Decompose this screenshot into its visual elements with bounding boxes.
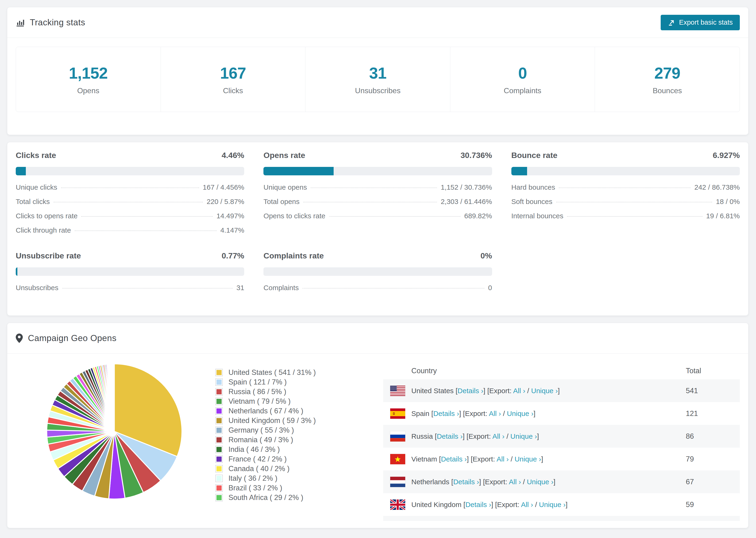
rate-progress-fill	[263, 167, 334, 175]
stat-label: Clicks	[223, 86, 243, 95]
rate-detail-row: Soft bounces18 / 0%	[512, 198, 740, 206]
dotted-leader	[559, 188, 690, 188]
dotted-leader	[61, 188, 199, 188]
map-marker-icon	[16, 334, 23, 343]
geo-opens-body: United States ( 541 / 31% )Spain ( 121 /…	[7, 353, 748, 521]
details-link[interactable]: Details ›	[465, 501, 491, 509]
export-unique-link[interactable]: Unique ›	[539, 501, 566, 509]
rate-title-row: Clicks rate4.46%	[16, 151, 244, 160]
bracket-text: ]	[541, 455, 543, 463]
country-name: Russia	[411, 432, 435, 440]
rate-row-label: Internal bounces	[512, 212, 564, 220]
nl-flag-icon	[390, 477, 405, 487]
summary-stats-row: 1,152Opens167Clicks31Unsubscribes0Compla…	[16, 47, 740, 112]
rate-detail-row: Hard bounces242 / 86.738%	[512, 183, 740, 191]
country-cell: United States [Details ›] [Export: All ›…	[411, 387, 686, 395]
bracket-text: ] [Export:	[467, 455, 497, 463]
rate-progress-fill	[16, 267, 17, 276]
export-unique-link[interactable]: Unique ›	[531, 387, 558, 395]
export-unique-link[interactable]: Unique ›	[514, 455, 541, 463]
legend-label: Netherlands ( 67 / 4% )	[229, 407, 303, 415]
geo-pie-chart	[44, 361, 185, 521]
legend-swatch	[215, 407, 223, 415]
legend-label: Spain ( 121 / 7% )	[229, 378, 287, 386]
legend-swatch	[215, 388, 223, 396]
legend-item: United Kingdom ( 59 / 3% )	[215, 416, 361, 425]
export-all-link[interactable]: All ›	[521, 501, 533, 509]
slash-text: /	[525, 387, 531, 395]
vn-flag-icon	[390, 454, 405, 464]
rate-row-label: Click through rate	[16, 226, 71, 234]
total-cell: 67	[686, 478, 740, 486]
legend-swatch	[215, 484, 223, 492]
country-name: Netherlands	[411, 478, 451, 486]
rate-detail-row: Total clicks220 / 5.87%	[16, 198, 244, 206]
rate-detail-row: Unique clicks167 / 4.456%	[16, 183, 244, 191]
rate-title: Opens rate	[263, 151, 305, 160]
rate-detail-rows: Unique opens1,152 / 30.736%Total opens2,…	[263, 183, 492, 220]
rate-row-label: Total opens	[263, 198, 299, 206]
legend-item: Brazil ( 33 / 2% )	[215, 483, 361, 493]
bracket-text: ]	[537, 432, 539, 440]
export-all-link[interactable]: All ›	[497, 455, 509, 463]
export-all-link[interactable]: All ›	[489, 409, 501, 417]
stat-label: Bounces	[653, 86, 682, 95]
rate-row-label: Hard bounces	[512, 183, 555, 191]
bracket-text: ]	[533, 409, 535, 417]
dotted-leader	[75, 231, 216, 231]
bracket-text: [	[456, 387, 458, 395]
export-basic-stats-button[interactable]: Export basic stats	[661, 15, 740, 30]
legend-swatch	[215, 446, 223, 453]
rate-row-label: Complaints	[263, 284, 298, 292]
legend-item: Canada ( 40 / 2% )	[215, 464, 361, 473]
legend-item: Vietnam ( 79 / 5% )	[215, 397, 361, 406]
pie-legend: United States ( 541 / 31% )Spain ( 121 /…	[215, 368, 361, 521]
details-link[interactable]: Details ›	[437, 432, 462, 440]
details-link[interactable]: Details ›	[433, 409, 459, 417]
table-row-us: United States [Details ›] [Export: All ›…	[383, 379, 740, 402]
legend-item: Italy ( 36 / 2% )	[215, 473, 361, 483]
rate-progress-track	[512, 167, 740, 175]
rate-detail-rows: Unsubscribes31	[16, 284, 244, 292]
stat-cell-clicks: 167Clicks	[161, 47, 306, 112]
details-link[interactable]: Details ›	[453, 478, 479, 486]
legend-item: Russia ( 86 / 5% )	[215, 387, 361, 397]
export-unique-link[interactable]: Unique ›	[527, 478, 553, 486]
export-all-link[interactable]: All ›	[513, 387, 525, 395]
details-link[interactable]: Details ›	[458, 387, 483, 395]
dotted-leader	[302, 288, 484, 289]
legend-label: Vietnam ( 79 / 5% )	[229, 397, 291, 405]
bracket-text: [	[463, 501, 465, 509]
table-row-es: Spain [Details ›] [Export: All › / Uniqu…	[383, 402, 740, 425]
export-unique-link[interactable]: Unique ›	[511, 432, 537, 440]
dotted-leader	[311, 188, 437, 188]
rate-title-row: Unsubscribe rate0.77%	[16, 251, 244, 260]
rate-panel-clicks-rate: Clicks rate4.46%Unique clicks167 / 4.456…	[16, 151, 244, 234]
legend-label: Brazil ( 33 / 2% )	[229, 484, 282, 492]
export-all-link[interactable]: All ›	[492, 432, 505, 440]
legend-swatch	[215, 369, 223, 376]
export-all-link[interactable]: All ›	[509, 478, 521, 486]
rate-row-value: 167 / 4.456%	[203, 183, 244, 191]
stat-label: Unsubscribes	[355, 86, 401, 95]
legend-label: United Kingdom ( 59 / 3% )	[229, 416, 316, 425]
details-link[interactable]: Details ›	[441, 455, 467, 463]
total-cell: 79	[686, 455, 740, 463]
stat-cell-opens: 1,152Opens	[16, 47, 161, 112]
country-cell: United Kingdom [Details ›] [Export: All …	[411, 501, 686, 509]
rate-progress-track	[16, 267, 244, 276]
slash-text: /	[521, 478, 527, 486]
rate-title: Unsubscribe rate	[16, 251, 81, 260]
export-unique-link[interactable]: Unique ›	[507, 409, 533, 417]
pie-slice-other-56	[114, 364, 114, 431]
legend-item: Germany ( 55 / 3% )	[215, 425, 361, 435]
total-cell: 541	[686, 387, 740, 395]
bracket-text: ] [Export:	[459, 409, 489, 417]
bracket-text: ]	[566, 501, 567, 509]
rate-row-value: 19 / 6.81%	[706, 212, 740, 220]
rate-row-value: 1,152 / 30.736%	[441, 183, 492, 191]
rate-progress-track	[263, 167, 492, 175]
rate-title: Complaints rate	[263, 251, 324, 260]
rate-row-value: 220 / 5.87%	[207, 198, 244, 206]
slash-text: /	[533, 501, 539, 509]
